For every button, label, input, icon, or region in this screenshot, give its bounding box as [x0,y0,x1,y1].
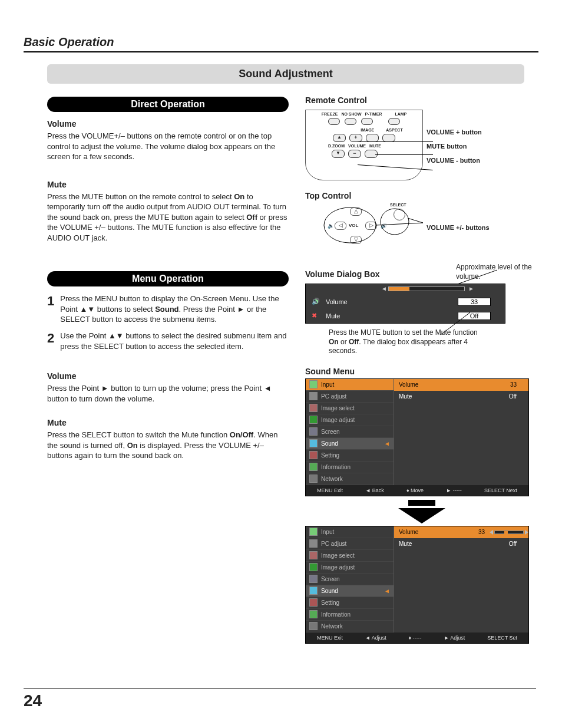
mute-heading: Mute [47,180,289,189]
image-button [366,134,379,142]
left-column: Direct Operation Volume Press the VOLUME… [47,92,289,654]
svg-line-5 [441,312,470,335]
menu-mute-heading: Mute [47,418,289,427]
mute-button [365,150,378,158]
svg-line-3 [408,218,423,223]
ptimer-button [361,118,373,125]
pc-icon [309,392,318,400]
speaker-icon: 🔊 [312,298,320,306]
menu-volume-heading: Volume [47,371,289,381]
mute-icon: ✖ [312,312,320,320]
step-number: 1 [47,294,54,325]
remote-control-block: Remote Control FREEZE NO SHOW P-TIMER LA… [305,95,538,180]
volume-dialog-block: Volume Dialog Box Approximate level of t… [305,263,538,356]
dzoom-down-button: ▼ [332,150,345,158]
callout-volume-pm: VOLUME +/- buttons [427,224,490,231]
right-column: Remote Control FREEZE NO SHOW P-TIMER LA… [305,92,538,654]
lamp-button [388,118,400,125]
sound-icon [309,439,318,447]
svg-point-1 [381,209,409,235]
callout-volume-plus: VOLUME + button [427,129,482,136]
svg-point-0 [324,207,376,243]
page-title-band: Sound Adjustment [47,64,524,84]
menu-volume-text: Press the Point ► button to turn up the … [47,383,289,404]
volume-text: Press the VOLUME+/– buttons on the remot… [47,131,289,162]
remote-control-diagram: FREEZE NO SHOW P-TIMER LAMP [305,110,423,180]
arrow-down-icon [408,500,435,506]
screen-icon [309,427,318,436]
remote-control-heading: Remote Control [305,95,538,105]
info-icon [309,463,318,471]
sound-menu-block: Sound Menu Input PC adjust Image select … [305,367,538,644]
dzoom-up-button: ▲ [333,134,346,142]
menu-mute-text: Press the SELECT button to switch the Mu… [47,430,289,461]
image-select-icon [309,404,318,412]
sound-menu-heading: Sound Menu [305,367,538,376]
callout-volume-minus: VOLUME - button [427,157,482,164]
callout-mute: MUTE button [427,143,482,150]
step-2: 2 Use the Point ▲▼ buttons to select the… [47,331,289,351]
direct-operation-heading: Direct Operation [47,97,289,112]
noshow-button [345,118,356,125]
volume-slider [490,530,528,535]
svg-line-2 [376,223,423,225]
aspect-button [382,134,395,142]
top-control-diagram: △ ◁ ▷ ▽ VOL 🔈 🔊 SELECT [305,205,423,252]
volume-heading: Volume [47,119,289,129]
step-1: 1 Press the MENU button to display the O… [47,294,289,325]
network-icon [309,475,318,483]
setting-icon [309,451,318,459]
volume-minus-button: − [348,150,361,158]
volume-dialog-heading: Volume Dialog Box [305,269,380,279]
sound-menu-2: Input PC adjust Image select Image adjus… [305,526,529,644]
sound-menu-1: Input PC adjust Image select Image adjus… [305,378,529,496]
page-number: 24 [24,689,536,710]
mute-text: Press the MUTE button on the remote cont… [47,192,289,243]
volume-plus-button: + [349,134,362,142]
input-icon [309,380,318,388]
section-title: Basic Operation [24,35,538,52]
freeze-button [328,118,340,125]
image-adjust-icon [309,416,318,424]
volume-value: 33 [458,298,491,306]
step-number: 2 [47,331,54,351]
menu-operation-heading: Menu Operation [47,271,289,286]
top-control-heading: Top Control [305,191,538,200]
top-control-block: Top Control △ ◁ ▷ ▽ VOL 🔈 🔊 SELECT [305,191,538,252]
